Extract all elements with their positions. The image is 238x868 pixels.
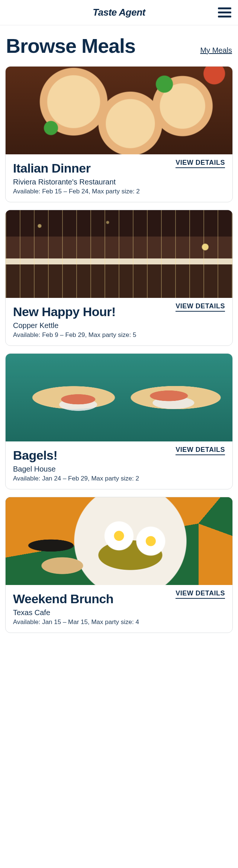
app-header: Taste Agent	[0, 0, 238, 25]
hamburger-icon	[218, 7, 231, 18]
meal-card: VIEW DETAILS Italian Dinner Riviera Rist…	[5, 66, 233, 202]
meal-card: VIEW DETAILS Bagels! Bagel House Availab…	[5, 353, 233, 489]
meal-image	[6, 210, 232, 298]
meal-restaurant: Texas Cafe	[13, 608, 225, 617]
meal-availability: Available: Feb 15 – Feb 24, Max party si…	[13, 188, 225, 195]
title-row: Browse Meals My Meals	[0, 25, 238, 59]
my-meals-link[interactable]: My Meals	[200, 46, 232, 55]
view-details-link[interactable]: VIEW DETAILS	[176, 302, 225, 312]
meal-card-body: VIEW DETAILS Weekend Brunch Texas Cafe A…	[6, 585, 232, 633]
meal-image	[6, 497, 232, 585]
view-details-link[interactable]: VIEW DETAILS	[176, 446, 225, 455]
meal-card: VIEW DETAILS New Happy Hour! Copper Kett…	[5, 210, 233, 346]
svg-rect-0	[218, 7, 231, 9]
meal-card-body: VIEW DETAILS Italian Dinner Riviera Rist…	[6, 154, 232, 202]
menu-button[interactable]	[218, 7, 231, 18]
meal-availability: Available: Feb 9 – Feb 29, Max party siz…	[13, 331, 225, 339]
meal-image	[6, 354, 232, 441]
svg-rect-2	[218, 16, 231, 17]
view-details-link[interactable]: VIEW DETAILS	[176, 589, 225, 599]
meal-availability: Available: Jan 15 – Mar 15, Max party si…	[13, 618, 225, 626]
meal-restaurant: Copper Kettle	[13, 321, 225, 330]
meal-availability: Available: Jan 24 – Feb 29, Max party si…	[13, 475, 225, 482]
meal-card-body: VIEW DETAILS Bagels! Bagel House Availab…	[6, 441, 232, 489]
meal-card: VIEW DETAILS Weekend Brunch Texas Cafe A…	[5, 497, 233, 633]
meal-card-body: VIEW DETAILS New Happy Hour! Copper Kett…	[6, 298, 232, 345]
meal-image	[6, 67, 232, 154]
page-title: Browse Meals	[6, 36, 135, 56]
meal-restaurant: Riviera Ristorante's Restaurant	[13, 178, 225, 186]
meal-list: VIEW DETAILS Italian Dinner Riviera Rist…	[0, 59, 238, 644]
brand-logo: Taste Agent	[93, 7, 145, 18]
meal-restaurant: Bagel House	[13, 465, 225, 473]
svg-rect-1	[218, 12, 231, 13]
view-details-link[interactable]: VIEW DETAILS	[176, 159, 225, 168]
